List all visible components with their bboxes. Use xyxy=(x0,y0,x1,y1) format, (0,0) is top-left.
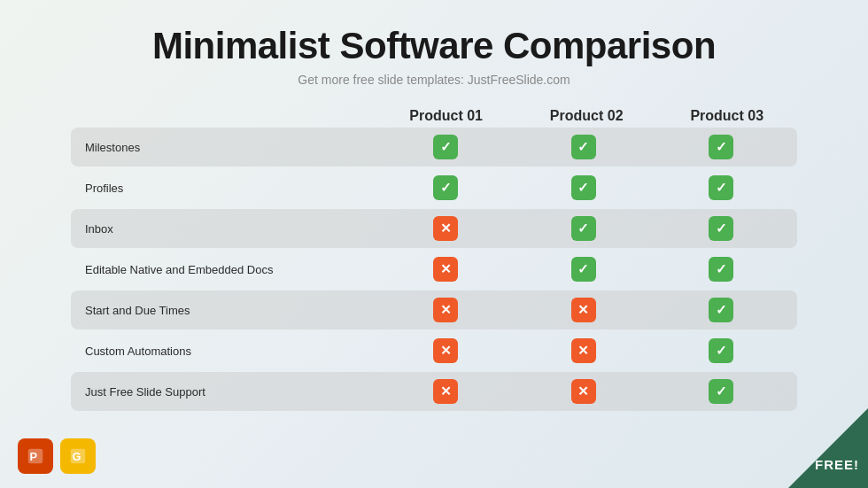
product03-cell: ✓ xyxy=(653,298,790,322)
check-badge: ✓ xyxy=(571,257,596,282)
table-row: Inbox ✕ ✓ ✓ xyxy=(71,209,797,248)
check-badge: ✓ xyxy=(709,175,733,200)
check-badge: ✓ xyxy=(433,135,458,159)
table-row: Custom Automations ✕ ✕ ✓ xyxy=(71,331,797,370)
cross-badge: ✕ xyxy=(433,298,458,322)
feature-name: Custom Automations xyxy=(78,345,377,358)
col-header-product01: Product 01 xyxy=(376,108,516,124)
slides-icon: G xyxy=(60,438,96,474)
cross-badge: ✕ xyxy=(433,338,458,363)
product03-cell: ✓ xyxy=(653,338,790,363)
free-text: FREE! xyxy=(815,457,859,472)
bottom-icons: P G xyxy=(18,438,96,474)
check-badge: ✓ xyxy=(709,298,733,322)
table-row: Just Free Slide Support ✕ ✕ ✓ xyxy=(71,372,797,411)
product01-cell: ✕ xyxy=(377,298,515,322)
cross-badge: ✕ xyxy=(433,216,458,241)
product01-cell: ✕ xyxy=(377,379,515,404)
col-header-product02: Product 02 xyxy=(516,108,657,124)
table-row: Start and Due Times ✕ ✕ ✓ xyxy=(71,290,797,329)
product03-cell: ✓ xyxy=(653,175,790,200)
feature-name: Inbox xyxy=(78,222,377,236)
product01-cell: ✓ xyxy=(377,135,515,159)
product03-cell: ✓ xyxy=(653,257,790,282)
product01-cell: ✕ xyxy=(377,338,515,363)
product03-cell: ✓ xyxy=(653,379,790,404)
page-subtitle: Get more free slide templates: JustFreeS… xyxy=(298,73,570,87)
feature-name: Just Free Slide Support xyxy=(78,385,377,399)
table-row: Milestones ✓ ✓ ✓ xyxy=(71,128,797,167)
product02-cell: ✓ xyxy=(515,135,652,159)
check-badge: ✓ xyxy=(709,216,733,241)
product01-cell: ✓ xyxy=(377,175,515,200)
feature-name: Milestones xyxy=(78,141,377,154)
cross-badge: ✕ xyxy=(571,298,596,322)
feature-name: Editable Native and Embedded Docs xyxy=(78,263,377,276)
product02-cell: ✓ xyxy=(515,175,652,200)
check-badge: ✓ xyxy=(709,338,733,363)
table-body: Milestones ✓ ✓ ✓ Profiles ✓ ✓ ✓ Inbox ✕ … xyxy=(71,128,797,411)
product03-cell: ✓ xyxy=(653,216,790,241)
svg-text:P: P xyxy=(30,450,38,463)
main-container: Minimalist Software Comparison Get more … xyxy=(0,0,868,488)
page-title: Minimalist Software Comparison xyxy=(152,25,716,67)
product01-cell: ✕ xyxy=(377,257,515,282)
cross-badge: ✕ xyxy=(571,338,596,363)
svg-text:G: G xyxy=(73,450,81,463)
powerpoint-icon: P xyxy=(18,438,53,474)
column-headers: Product 01 Product 02 Product 03 xyxy=(71,108,797,124)
product01-cell: ✕ xyxy=(377,216,515,241)
comparison-table: Product 01 Product 02 Product 03 Milesto… xyxy=(71,108,797,413)
product03-cell: ✓ xyxy=(653,135,790,159)
table-row: Editable Native and Embedded Docs ✕ ✓ ✓ xyxy=(71,250,797,289)
product02-cell: ✓ xyxy=(515,257,652,282)
check-badge: ✓ xyxy=(433,175,458,200)
cross-badge: ✕ xyxy=(433,257,458,282)
check-badge: ✓ xyxy=(709,379,733,404)
col-header-product03: Product 03 xyxy=(656,108,797,124)
table-row: Profiles ✓ ✓ ✓ xyxy=(71,168,797,207)
check-badge: ✓ xyxy=(571,216,596,241)
check-badge: ✓ xyxy=(709,257,733,282)
product02-cell: ✓ xyxy=(515,216,652,241)
feature-name: Profiles xyxy=(78,182,377,195)
product02-cell: ✕ xyxy=(515,338,652,363)
check-badge: ✓ xyxy=(571,175,596,200)
check-badge: ✓ xyxy=(709,135,733,159)
cross-badge: ✕ xyxy=(433,379,458,404)
check-badge: ✓ xyxy=(571,135,596,159)
feature-name: Start and Due Times xyxy=(78,304,377,317)
product02-cell: ✕ xyxy=(515,298,652,322)
product02-cell: ✕ xyxy=(515,379,652,404)
cross-badge: ✕ xyxy=(571,379,596,404)
